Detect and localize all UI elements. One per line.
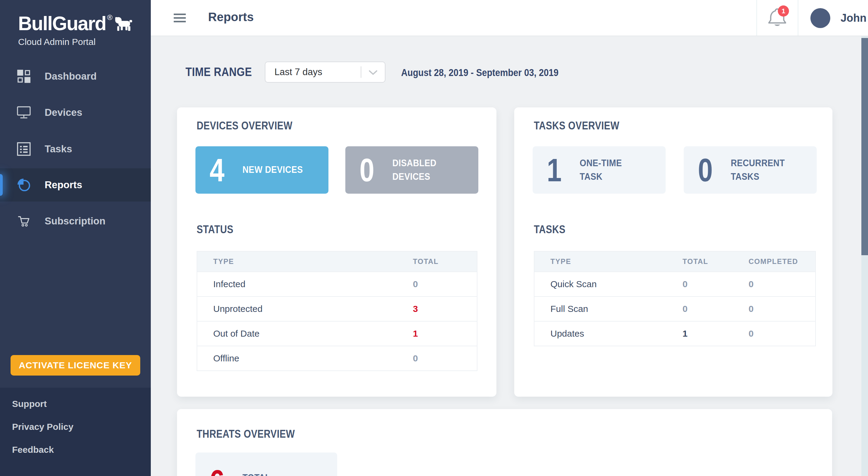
time-range-label: TIME RANGE — [185, 65, 263, 79]
row-type: Infected — [197, 279, 413, 289]
app-window: BullGuard ® — [0, 0, 868, 476]
time-range-select[interactable]: Last 7 days — [265, 62, 385, 83]
stat-label: RECURRENT TASKS — [731, 156, 800, 183]
time-range-selected-value: Last 7 days — [275, 67, 322, 78]
top-header: Reports 1 John — [151, 0, 868, 36]
brand-subtitle: Cloud Admin Portal — [18, 37, 133, 47]
row-total: 0 — [413, 353, 477, 363]
tasks-section-title: TASKS — [534, 223, 570, 236]
row-total: 0 — [413, 279, 477, 289]
pie-chart-icon — [17, 178, 31, 192]
header-divider — [756, 0, 757, 36]
activate-licence-key-button[interactable]: ACTIVATE LICENCE KEY — [10, 355, 140, 376]
row-total: 1 — [413, 328, 477, 339]
stat-value: 4 — [206, 154, 228, 186]
sidebar-item-reports[interactable]: Reports — [0, 168, 151, 202]
sidebar-item-subscription[interactable]: Subscription — [0, 205, 151, 238]
stat-value: 0 — [355, 154, 378, 186]
scrollbar-thumb[interactable] — [861, 38, 868, 255]
threats-overview-title: THREATS OVERVIEW — [197, 428, 311, 440]
row-total: 0 — [683, 279, 749, 289]
stat-value: 1 — [543, 154, 565, 186]
column-header: TYPE — [534, 257, 683, 266]
row-type: Quick Scan — [534, 279, 683, 289]
user-menu[interactable]: John — [810, 0, 867, 36]
sidebar: BullGuard ® — [0, 0, 151, 476]
table-row: Unprotected 3 — [197, 296, 477, 321]
threats-overview-card: THREATS OVERVIEW 6 TOTAL — [177, 409, 832, 476]
row-total: 3 — [413, 304, 477, 314]
registered-mark: ® — [107, 14, 113, 21]
devices-overview-card: DEVICES OVERVIEW 4 NEW DEVICES 0 DISABLE… — [177, 108, 496, 397]
avatar — [810, 8, 830, 28]
disabled-devices-stat-tile: 0 DISABLED DEVICES — [345, 146, 478, 194]
sidebar-item-devices[interactable]: Devices — [0, 96, 151, 129]
stat-label: TOTAL — [243, 471, 312, 476]
dashboard-grid-icon — [17, 69, 31, 83]
new-devices-stat-tile: 4 NEW DEVICES — [195, 146, 329, 194]
column-header: TOTAL — [413, 257, 477, 266]
table-row: Out of Date 1 — [197, 321, 477, 346]
column-header: COMPLETED — [749, 257, 815, 266]
table-row: Quick Scan 0 0 — [534, 271, 815, 296]
row-total: 0 — [683, 304, 749, 314]
monitor-icon — [17, 106, 31, 119]
page-title: Reports — [208, 10, 254, 24]
stat-label: DISABLED DEVICES — [392, 156, 462, 183]
stat-value: 6 — [206, 465, 228, 476]
brand-name: BullGuard — [18, 14, 106, 33]
table-row: Updates 1 0 — [534, 321, 815, 346]
tasks-overview-title: TASKS OVERVIEW — [534, 119, 633, 132]
stat-label: ONE-TIME TASK — [580, 156, 649, 183]
date-range-text: August 28, 2019 - September 03, 2019 — [401, 67, 584, 79]
column-header: TOTAL — [683, 257, 749, 266]
stat-value: 0 — [694, 154, 717, 186]
status-section-title: STATUS — [197, 223, 240, 236]
user-name: John — [841, 12, 867, 24]
sidebar-item-label: Devices — [44, 107, 82, 118]
sidebar-item-label: Reports — [44, 179, 82, 191]
privacy-policy-link[interactable]: Privacy Policy — [12, 422, 73, 432]
scrollbar-track[interactable] — [861, 36, 868, 476]
row-completed: 0 — [749, 328, 815, 339]
stat-label: NEW DEVICES — [243, 163, 312, 176]
tasks-table: TYPE TOTAL COMPLETED Quick Scan 0 0 Full… — [534, 251, 816, 346]
table-row: Offline 0 — [197, 346, 477, 370]
dropdown-divider — [361, 66, 361, 78]
table-header-row: TYPE TOTAL COMPLETED — [534, 251, 815, 271]
table-row: Infected 0 — [197, 271, 477, 296]
chevron-down-icon — [369, 70, 378, 77]
row-completed: 0 — [749, 304, 815, 314]
row-type: Full Scan — [534, 304, 683, 314]
active-indicator — [0, 174, 3, 196]
table-header-row: TYPE TOTAL — [197, 251, 477, 271]
row-completed: 0 — [749, 279, 815, 289]
column-header: TYPE — [197, 257, 413, 266]
brand-logo: BullGuard ® — [18, 14, 133, 47]
sidebar-item-dashboard[interactable]: Dashboard — [0, 60, 151, 93]
support-link[interactable]: Support — [12, 399, 47, 409]
row-type: Unprotected — [197, 304, 413, 314]
header-divider — [798, 0, 798, 36]
table-row: Full Scan 0 0 — [534, 296, 815, 321]
tasks-overview-card: TASKS OVERVIEW 1 ONE-TIME TASK 0 RECURRE… — [514, 108, 832, 397]
feedback-link[interactable]: Feedback — [12, 445, 54, 455]
task-list-icon — [17, 142, 31, 156]
total-threats-stat-tile: 6 TOTAL — [195, 452, 337, 476]
sidebar-item-label: Dashboard — [44, 70, 96, 82]
one-time-task-stat-tile: 1 ONE-TIME TASK — [533, 146, 665, 194]
notification-count-badge: 1 — [778, 5, 789, 17]
menu-toggle-icon[interactable] — [174, 13, 186, 22]
row-total: 1 — [683, 328, 749, 339]
row-type: Updates — [534, 328, 683, 339]
cart-icon — [17, 214, 31, 228]
row-type: Offline — [197, 353, 413, 363]
bulldog-logo-icon — [114, 14, 133, 33]
devices-overview-title: DEVICES OVERVIEW — [197, 119, 308, 132]
bell-icon — [766, 25, 788, 30]
recurrent-tasks-stat-tile: 0 RECURRENT TASKS — [684, 146, 817, 194]
sidebar-item-tasks[interactable]: Tasks — [0, 132, 151, 166]
status-table: TYPE TOTAL Infected 0 Unprotected 3 Out … — [197, 251, 477, 371]
row-type: Out of Date — [197, 328, 413, 339]
sidebar-item-label: Tasks — [44, 143, 72, 155]
